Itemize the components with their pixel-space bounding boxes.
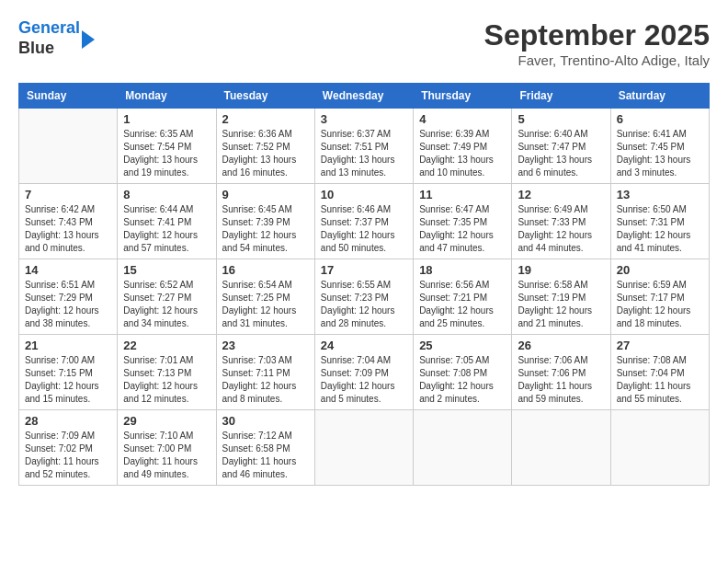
day-number: 29 bbox=[123, 414, 210, 428]
day-info: Sunrise: 7:03 AMSunset: 7:11 PMDaylight:… bbox=[222, 354, 309, 406]
calendar-cell: 28Sunrise: 7:09 AMSunset: 7:02 PMDayligh… bbox=[19, 410, 118, 486]
day-number: 28 bbox=[25, 414, 111, 428]
column-header-saturday: Saturday bbox=[610, 84, 709, 109]
calendar-cell: 22Sunrise: 7:01 AMSunset: 7:13 PMDayligh… bbox=[118, 335, 216, 410]
day-info: Sunrise: 6:51 AMSunset: 7:29 PMDaylight:… bbox=[25, 279, 111, 330]
day-number: 10 bbox=[321, 188, 407, 201]
day-number: 4 bbox=[419, 112, 506, 126]
day-info: Sunrise: 6:45 AMSunset: 7:39 PMDaylight:… bbox=[222, 203, 309, 255]
day-info: Sunrise: 6:46 AMSunset: 7:37 PMDaylight:… bbox=[321, 203, 407, 255]
day-info: Sunrise: 6:47 AMSunset: 7:35 PMDaylight:… bbox=[419, 203, 506, 255]
day-info: Sunrise: 7:10 AMSunset: 7:00 PMDaylight:… bbox=[123, 430, 210, 481]
day-info: Sunrise: 6:44 AMSunset: 7:41 PMDaylight:… bbox=[123, 203, 210, 255]
day-info: Sunrise: 6:39 AMSunset: 7:49 PMDaylight:… bbox=[419, 128, 506, 179]
calendar-week-row: 7Sunrise: 6:42 AMSunset: 7:43 PMDaylight… bbox=[19, 184, 710, 259]
day-info: Sunrise: 6:50 AMSunset: 7:31 PMDaylight:… bbox=[617, 203, 703, 255]
day-number: 17 bbox=[321, 263, 407, 277]
day-info: Sunrise: 6:37 AMSunset: 7:51 PMDaylight:… bbox=[321, 128, 407, 179]
day-number: 15 bbox=[123, 263, 210, 277]
day-number: 24 bbox=[321, 339, 407, 352]
column-header-thursday: Thursday bbox=[414, 84, 512, 109]
calendar-cell: 12Sunrise: 6:49 AMSunset: 7:33 PMDayligh… bbox=[512, 184, 610, 259]
day-number: 16 bbox=[222, 263, 309, 277]
day-info: Sunrise: 7:05 AMSunset: 7:08 PMDaylight:… bbox=[419, 354, 506, 406]
day-number: 20 bbox=[617, 263, 703, 277]
calendar-week-row: 14Sunrise: 6:51 AMSunset: 7:29 PMDayligh… bbox=[19, 259, 710, 335]
calendar-cell: 24Sunrise: 7:04 AMSunset: 7:09 PMDayligh… bbox=[314, 335, 413, 410]
day-number: 12 bbox=[518, 188, 604, 201]
calendar-cell bbox=[19, 109, 118, 184]
day-number: 1 bbox=[123, 112, 210, 126]
day-info: Sunrise: 6:36 AMSunset: 7:52 PMDaylight:… bbox=[222, 128, 309, 179]
calendar-cell: 19Sunrise: 6:58 AMSunset: 7:19 PMDayligh… bbox=[512, 259, 610, 335]
month-title: September 2025 bbox=[484, 18, 710, 52]
day-info: Sunrise: 7:04 AMSunset: 7:09 PMDaylight:… bbox=[321, 354, 407, 406]
day-info: Sunrise: 7:06 AMSunset: 7:06 PMDaylight:… bbox=[518, 354, 604, 406]
day-number: 30 bbox=[222, 414, 309, 428]
column-header-sunday: Sunday bbox=[19, 84, 118, 109]
day-info: Sunrise: 7:00 AMSunset: 7:15 PMDaylight:… bbox=[25, 354, 111, 406]
day-number: 18 bbox=[419, 263, 506, 277]
day-number: 11 bbox=[419, 188, 506, 201]
calendar-cell: 3Sunrise: 6:37 AMSunset: 7:51 PMDaylight… bbox=[314, 109, 413, 184]
calendar-cell: 2Sunrise: 6:36 AMSunset: 7:52 PMDaylight… bbox=[216, 109, 314, 184]
day-number: 14 bbox=[25, 263, 111, 277]
column-header-tuesday: Tuesday bbox=[216, 84, 314, 109]
calendar-cell: 7Sunrise: 6:42 AMSunset: 7:43 PMDaylight… bbox=[19, 184, 118, 259]
day-info: Sunrise: 7:01 AMSunset: 7:13 PMDaylight:… bbox=[123, 354, 210, 406]
calendar-cell: 21Sunrise: 7:00 AMSunset: 7:15 PMDayligh… bbox=[19, 335, 118, 410]
calendar-week-row: 1Sunrise: 6:35 AMSunset: 7:54 PMDaylight… bbox=[19, 109, 710, 184]
day-number: 9 bbox=[222, 188, 309, 201]
calendar-week-row: 21Sunrise: 7:00 AMSunset: 7:15 PMDayligh… bbox=[19, 335, 710, 410]
day-info: Sunrise: 6:35 AMSunset: 7:54 PMDaylight:… bbox=[123, 128, 210, 179]
day-number: 8 bbox=[123, 188, 210, 201]
day-info: Sunrise: 6:40 AMSunset: 7:47 PMDaylight:… bbox=[518, 128, 604, 179]
page-header: GeneralBlue September 2025 Faver, Trenti… bbox=[18, 18, 710, 68]
calendar-cell: 10Sunrise: 6:46 AMSunset: 7:37 PMDayligh… bbox=[314, 184, 413, 259]
title-block: September 2025 Faver, Trentino-Alto Adig… bbox=[484, 18, 710, 68]
day-number: 6 bbox=[617, 112, 703, 126]
logo-arrow-icon bbox=[82, 30, 95, 49]
calendar-cell: 11Sunrise: 6:47 AMSunset: 7:35 PMDayligh… bbox=[414, 184, 512, 259]
calendar-week-row: 28Sunrise: 7:09 AMSunset: 7:02 PMDayligh… bbox=[19, 410, 710, 486]
day-info: Sunrise: 6:52 AMSunset: 7:27 PMDaylight:… bbox=[123, 279, 210, 330]
day-info: Sunrise: 6:49 AMSunset: 7:33 PMDaylight:… bbox=[518, 203, 604, 255]
calendar-cell: 20Sunrise: 6:59 AMSunset: 7:17 PMDayligh… bbox=[610, 259, 709, 335]
logo-text: GeneralBlue bbox=[18, 18, 80, 58]
day-number: 13 bbox=[617, 188, 703, 201]
day-info: Sunrise: 7:12 AMSunset: 6:58 PMDaylight:… bbox=[222, 430, 309, 481]
calendar-cell bbox=[314, 410, 413, 486]
calendar-cell: 17Sunrise: 6:55 AMSunset: 7:23 PMDayligh… bbox=[314, 259, 413, 335]
location: Faver, Trentino-Alto Adige, Italy bbox=[484, 52, 710, 68]
calendar-cell: 9Sunrise: 6:45 AMSunset: 7:39 PMDaylight… bbox=[216, 184, 314, 259]
calendar-cell: 5Sunrise: 6:40 AMSunset: 7:47 PMDaylight… bbox=[512, 109, 610, 184]
day-number: 7 bbox=[25, 188, 111, 201]
day-number: 22 bbox=[123, 339, 210, 352]
calendar-cell: 27Sunrise: 7:08 AMSunset: 7:04 PMDayligh… bbox=[610, 335, 709, 410]
day-info: Sunrise: 6:55 AMSunset: 7:23 PMDaylight:… bbox=[321, 279, 407, 330]
calendar-cell bbox=[610, 410, 709, 486]
day-number: 23 bbox=[222, 339, 309, 352]
calendar-cell: 6Sunrise: 6:41 AMSunset: 7:45 PMDaylight… bbox=[610, 109, 709, 184]
logo: GeneralBlue bbox=[18, 18, 95, 58]
column-header-monday: Monday bbox=[118, 84, 216, 109]
column-header-wednesday: Wednesday bbox=[314, 84, 413, 109]
day-info: Sunrise: 6:56 AMSunset: 7:21 PMDaylight:… bbox=[419, 279, 506, 330]
calendar-cell: 29Sunrise: 7:10 AMSunset: 7:00 PMDayligh… bbox=[118, 410, 216, 486]
calendar-cell bbox=[414, 410, 512, 486]
day-number: 19 bbox=[518, 263, 604, 277]
day-number: 25 bbox=[419, 339, 506, 352]
calendar-cell: 1Sunrise: 6:35 AMSunset: 7:54 PMDaylight… bbox=[118, 109, 216, 184]
calendar-cell: 25Sunrise: 7:05 AMSunset: 7:08 PMDayligh… bbox=[414, 335, 512, 410]
day-info: Sunrise: 6:42 AMSunset: 7:43 PMDaylight:… bbox=[25, 203, 111, 255]
column-header-friday: Friday bbox=[512, 84, 610, 109]
calendar-cell bbox=[512, 410, 610, 486]
day-info: Sunrise: 6:59 AMSunset: 7:17 PMDaylight:… bbox=[617, 279, 703, 330]
day-info: Sunrise: 6:41 AMSunset: 7:45 PMDaylight:… bbox=[617, 128, 703, 179]
calendar-header-row: SundayMondayTuesdayWednesdayThursdayFrid… bbox=[19, 84, 710, 109]
day-number: 2 bbox=[222, 112, 309, 126]
day-info: Sunrise: 6:54 AMSunset: 7:25 PMDaylight:… bbox=[222, 279, 309, 330]
calendar-cell: 14Sunrise: 6:51 AMSunset: 7:29 PMDayligh… bbox=[19, 259, 118, 335]
calendar-cell: 15Sunrise: 6:52 AMSunset: 7:27 PMDayligh… bbox=[118, 259, 216, 335]
day-info: Sunrise: 6:58 AMSunset: 7:19 PMDaylight:… bbox=[518, 279, 604, 330]
